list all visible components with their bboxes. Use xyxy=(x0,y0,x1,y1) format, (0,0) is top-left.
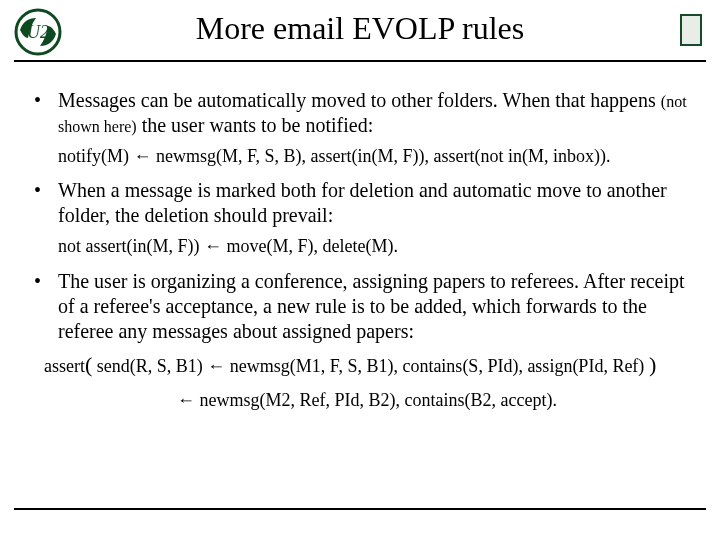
assert-keyword: assert xyxy=(44,356,85,376)
bullet-2: When a message is marked both for deleti… xyxy=(34,178,700,228)
bullet-1-text-b: the user wants to be notified: xyxy=(137,114,374,136)
divider-top xyxy=(14,60,706,62)
slide: U2 More email EVOLP rules Messages can b… xyxy=(0,0,720,540)
bullet-1: Messages can be automatically moved to o… xyxy=(34,88,700,138)
code-3a: assert( send(R, S, B1) ← newmsg(M1, F, S… xyxy=(44,350,700,380)
slide-title: More email EVOLP rules xyxy=(0,10,720,47)
divider-bottom xyxy=(14,508,706,510)
code-2: not assert(in(M, F)) ← move(M, F), delet… xyxy=(58,234,700,258)
bullet-3: The user is organizing a conference, ass… xyxy=(34,269,700,344)
code-3a-body: send(R, S, B1) ← newmsg(M1, F, S, B1), c… xyxy=(92,356,649,376)
bullet-1-text-a: Messages can be automatically moved to o… xyxy=(58,89,661,111)
header: U2 More email EVOLP rules xyxy=(0,0,720,70)
code-1: notify(M) ← newmsg(M, F, S, B), assert(i… xyxy=(58,144,700,168)
code-3b: ← newmsg(M2, Ref, PId, B2), contains(B2,… xyxy=(34,389,700,412)
slide-body: Messages can be automatically moved to o… xyxy=(34,78,700,412)
next-slide-button[interactable] xyxy=(680,14,702,46)
close-paren: ) xyxy=(649,352,656,377)
